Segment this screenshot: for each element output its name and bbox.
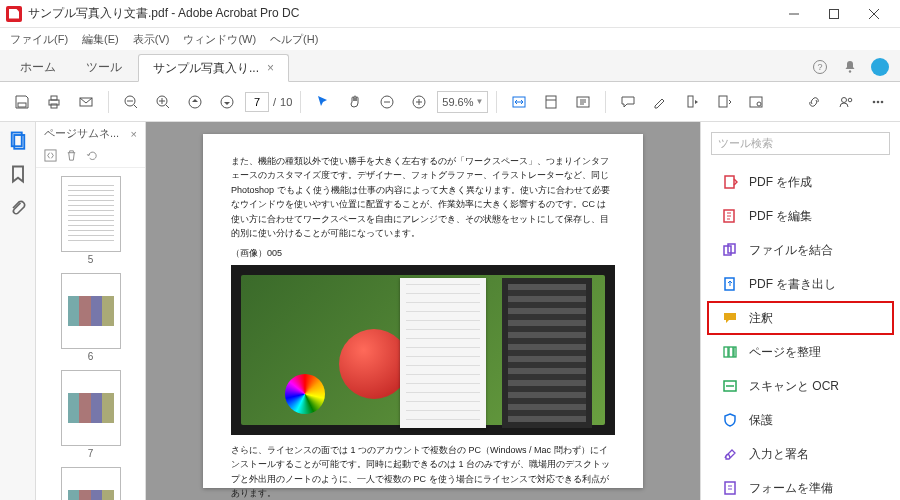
fit-page-icon[interactable] bbox=[537, 88, 565, 116]
export-icon bbox=[721, 275, 739, 293]
svg-point-23 bbox=[848, 98, 852, 102]
doc-paragraph-2: さらに、ライセンスの面では 1 つのアカウントで複数台の PC（Windows … bbox=[231, 443, 615, 500]
thumbnail-page-number: 6 bbox=[61, 351, 121, 362]
toolbar: / 10 59.6% ▼ bbox=[0, 82, 900, 122]
plus-icon[interactable] bbox=[405, 88, 433, 116]
document-area[interactable]: また、機能の種類以外で使い勝手を大きく左右するのが「ワークスペース」、つまりイン… bbox=[146, 122, 700, 500]
page-current-input[interactable] bbox=[245, 92, 269, 112]
tool-item-edit[interactable]: PDF を編集 bbox=[707, 199, 894, 233]
stamp-icon[interactable] bbox=[678, 88, 706, 116]
signature-icon[interactable] bbox=[710, 88, 738, 116]
thumbnails-nav-icon[interactable] bbox=[8, 130, 28, 150]
selection-tool-icon[interactable] bbox=[309, 88, 337, 116]
organize-icon bbox=[721, 343, 739, 361]
svg-point-3 bbox=[849, 70, 851, 72]
menu-view[interactable]: 表示(V) bbox=[133, 32, 170, 47]
tools-search-input[interactable]: ツール検索 bbox=[711, 132, 890, 155]
svg-rect-37 bbox=[734, 347, 736, 357]
tab-close-icon[interactable]: × bbox=[267, 61, 274, 75]
share-people-icon[interactable] bbox=[832, 88, 860, 116]
read-mode-icon[interactable] bbox=[569, 88, 597, 116]
help-icon[interactable]: ? bbox=[806, 53, 834, 81]
save-icon[interactable] bbox=[8, 88, 36, 116]
mail-icon[interactable] bbox=[72, 88, 100, 116]
create-icon bbox=[721, 173, 739, 191]
comment-icon[interactable] bbox=[614, 88, 642, 116]
svg-rect-19 bbox=[719, 96, 727, 107]
zoom-dropdown[interactable]: 59.6% ▼ bbox=[437, 91, 488, 113]
thumbnails-title: ページサムネ... bbox=[44, 126, 119, 141]
more-icon[interactable] bbox=[864, 88, 892, 116]
menu-edit[interactable]: 編集(E) bbox=[82, 32, 119, 47]
svg-rect-39 bbox=[725, 482, 735, 494]
protect-icon bbox=[721, 411, 739, 429]
page-sep: / bbox=[273, 96, 276, 108]
content: ページサムネ... × 567 また、機能の種類以外で使い勝手を大きく左右するの… bbox=[0, 122, 900, 500]
document-page: また、機能の種類以外で使い勝手を大きく左右するのが「ワークスペース」、つまりイン… bbox=[203, 134, 643, 488]
menu-window[interactable]: ウィンドウ(W) bbox=[183, 32, 256, 47]
tool-item-export[interactable]: PDF を書き出し bbox=[707, 267, 894, 301]
tab-tools[interactable]: ツール bbox=[72, 53, 136, 81]
tool-item-label: PDF を書き出し bbox=[749, 276, 836, 293]
maximize-button[interactable] bbox=[814, 0, 854, 28]
next-page-icon[interactable] bbox=[213, 88, 241, 116]
doc-image-caption: （画像）005 bbox=[231, 246, 615, 260]
doc-embedded-image bbox=[231, 265, 615, 435]
tool-item-create[interactable]: PDF を作成 bbox=[707, 165, 894, 199]
highlight-icon[interactable] bbox=[646, 88, 674, 116]
tools-panel: ツール検索 PDF を作成PDF を編集ファイルを結合PDF を書き出し注釈ペー… bbox=[700, 122, 900, 500]
thumb-rotate-icon[interactable] bbox=[86, 149, 99, 165]
prev-page-icon[interactable] bbox=[181, 88, 209, 116]
minus-icon[interactable] bbox=[373, 88, 401, 116]
close-window-button[interactable] bbox=[854, 0, 894, 28]
fit-width-icon[interactable] bbox=[505, 88, 533, 116]
tool-item-scan[interactable]: スキャンと OCR bbox=[707, 369, 894, 403]
thumbnail-page-number: 5 bbox=[61, 254, 121, 265]
menu-file[interactable]: ファイル(F) bbox=[10, 32, 68, 47]
share-link-icon[interactable] bbox=[800, 88, 828, 116]
thumb-delete-icon[interactable] bbox=[65, 149, 78, 165]
thumbnail[interactable]: 6 bbox=[61, 273, 121, 362]
thumb-options-icon[interactable] bbox=[44, 149, 57, 165]
tool-item-label: 注釈 bbox=[749, 310, 773, 327]
menu-help[interactable]: ヘルプ(H) bbox=[270, 32, 318, 47]
tool-item-label: ページを整理 bbox=[749, 344, 821, 361]
hand-tool-icon[interactable] bbox=[341, 88, 369, 116]
thumbnails-tools bbox=[36, 146, 145, 168]
tool-item-organize[interactable]: ページを整理 bbox=[707, 335, 894, 369]
attachment-nav-icon[interactable] bbox=[8, 198, 28, 218]
thumbnail-page-preview bbox=[61, 467, 121, 500]
tools-search-placeholder: ツール検索 bbox=[718, 136, 773, 151]
thumbnail[interactable]: 7 bbox=[61, 370, 121, 459]
svg-rect-18 bbox=[688, 96, 693, 107]
thumbnail[interactable]: 5 bbox=[61, 176, 121, 265]
tool-item-comment[interactable]: 注釈 bbox=[707, 301, 894, 335]
account-avatar[interactable] bbox=[866, 53, 894, 81]
zoom-value: 59.6% bbox=[442, 96, 473, 108]
tool-item-label: ファイルを結合 bbox=[749, 242, 833, 259]
bookmark-nav-icon[interactable] bbox=[8, 164, 28, 184]
page-indicator: / 10 bbox=[245, 92, 292, 112]
print-icon[interactable] bbox=[40, 88, 68, 116]
tool-item-label: フォームを準備 bbox=[749, 480, 833, 497]
redact-icon[interactable] bbox=[742, 88, 770, 116]
zoom-in-icon[interactable] bbox=[149, 88, 177, 116]
thumbnails-list[interactable]: 567 bbox=[36, 168, 145, 500]
thumbnails-close-icon[interactable]: × bbox=[131, 128, 137, 140]
zoom-out-icon[interactable] bbox=[117, 88, 145, 116]
tool-item-protect[interactable]: 保護 bbox=[707, 403, 894, 437]
left-nav-rail bbox=[0, 122, 36, 500]
bell-icon[interactable] bbox=[836, 53, 864, 81]
tool-item-combine[interactable]: ファイルを結合 bbox=[707, 233, 894, 267]
minimize-button[interactable] bbox=[774, 0, 814, 28]
tool-item-label: PDF を作成 bbox=[749, 174, 812, 191]
tool-item-sign[interactable]: 入力と署名 bbox=[707, 437, 894, 471]
thumbnail-page-preview bbox=[61, 176, 121, 252]
tab-document[interactable]: サンプル写真入り... × bbox=[138, 54, 289, 82]
thumbnail-page-preview bbox=[61, 370, 121, 446]
tool-item-form[interactable]: フォームを準備 bbox=[707, 471, 894, 500]
tab-home[interactable]: ホーム bbox=[6, 53, 70, 81]
titlebar: サンプル写真入り文書.pdf - Adobe Acrobat Pro DC bbox=[0, 0, 900, 28]
thumbnail[interactable] bbox=[61, 467, 121, 500]
edit-icon bbox=[721, 207, 739, 225]
